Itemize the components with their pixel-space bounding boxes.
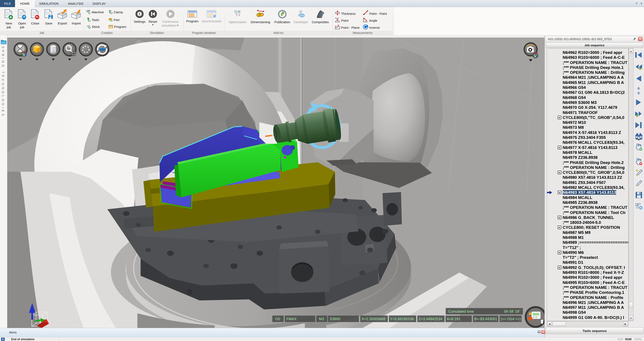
svg-text:A=6.181: A=6.181 [447,317,460,321]
svg-text:ACNU: ACNU [300,15,304,16]
svg-text:B=-93.443001: B=-93.443001 [474,317,497,321]
svg-text:(=> G54 <=): (=> G54 <=) [501,317,521,321]
svg-text:FMAX: FMAX [286,317,296,321]
svg-text:X=2.26305608: X=2.26305608 [362,317,385,321]
svg-text:S3600: S3600 [330,317,340,321]
svg-text:x y z: x y z [335,17,339,19]
svg-text:0h 58' 18": 0h 58' 18" [504,310,520,314]
svg-text:G0: G0 [275,317,280,321]
svg-text:Y=5.66185536: Y=5.66185536 [390,317,414,321]
svg-text:Z=3.44842534: Z=3.44842534 [418,317,442,321]
svg-text:Cumulated time: Cumulated time [448,310,474,314]
svg-text:M3: M3 [319,317,324,321]
